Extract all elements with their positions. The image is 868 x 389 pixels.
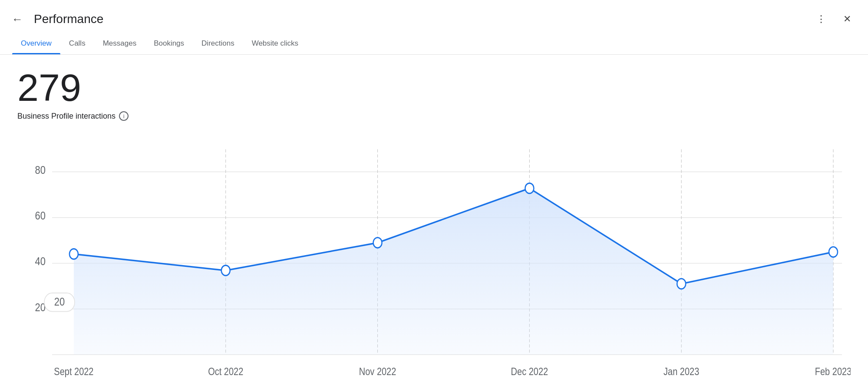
- header: ← Performance ⋮ ✕: [0, 0, 868, 30]
- tab-overview[interactable]: Overview: [12, 33, 60, 54]
- more-options-button[interactable]: ⋮: [812, 10, 830, 28]
- header-right: ⋮ ✕: [812, 10, 856, 28]
- data-point-sept: [69, 249, 78, 259]
- data-point-feb: [829, 247, 838, 257]
- metric-label-text: Business Profile interactions: [17, 112, 116, 121]
- close-icon: ✕: [843, 13, 851, 25]
- tab-calls[interactable]: Calls: [60, 33, 94, 54]
- tab-bookings[interactable]: Bookings: [145, 33, 193, 54]
- line-chart: 80 60 40 20: [17, 134, 851, 380]
- svg-text:Sept 2022: Sept 2022: [54, 366, 93, 378]
- chart-area-fill: [74, 188, 833, 355]
- app-container: ← Performance ⋮ ✕ Overview Calls Message…: [0, 0, 868, 389]
- svg-text:Dec 2022: Dec 2022: [511, 366, 548, 378]
- metric-value: 279: [17, 69, 851, 107]
- svg-text:Feb 2023: Feb 2023: [815, 366, 851, 378]
- tab-messages[interactable]: Messages: [94, 33, 145, 54]
- metric-label-row: Business Profile interactions i: [17, 111, 851, 121]
- main-content: 279 Business Profile interactions i: [0, 55, 868, 389]
- more-icon: ⋮: [816, 13, 826, 25]
- tab-website-clicks[interactable]: Website clicks: [243, 33, 307, 54]
- page-title: Performance: [34, 12, 103, 26]
- close-button[interactable]: ✕: [838, 10, 856, 28]
- svg-text:80: 80: [35, 163, 46, 176]
- tab-directions[interactable]: Directions: [193, 33, 243, 54]
- chart-area: 80 60 40 20: [17, 134, 851, 380]
- back-arrow-icon: ←: [12, 13, 23, 25]
- svg-text:Jan 2023: Jan 2023: [663, 366, 699, 378]
- data-point-nov: [373, 238, 382, 248]
- svg-text:Oct 2022: Oct 2022: [208, 366, 243, 378]
- data-point-oct: [221, 265, 230, 276]
- svg-text:60: 60: [35, 209, 46, 222]
- svg-text:40: 40: [35, 255, 46, 268]
- data-point-dec: [525, 183, 534, 193]
- tabs-bar: Overview Calls Messages Bookings Directi…: [0, 32, 868, 55]
- header-left: ← Performance: [9, 10, 103, 28]
- data-point-jan: [677, 279, 686, 289]
- svg-text:20: 20: [54, 295, 65, 308]
- svg-text:Nov 2022: Nov 2022: [359, 366, 396, 378]
- back-button[interactable]: ←: [9, 10, 26, 28]
- info-icon[interactable]: i: [119, 111, 129, 121]
